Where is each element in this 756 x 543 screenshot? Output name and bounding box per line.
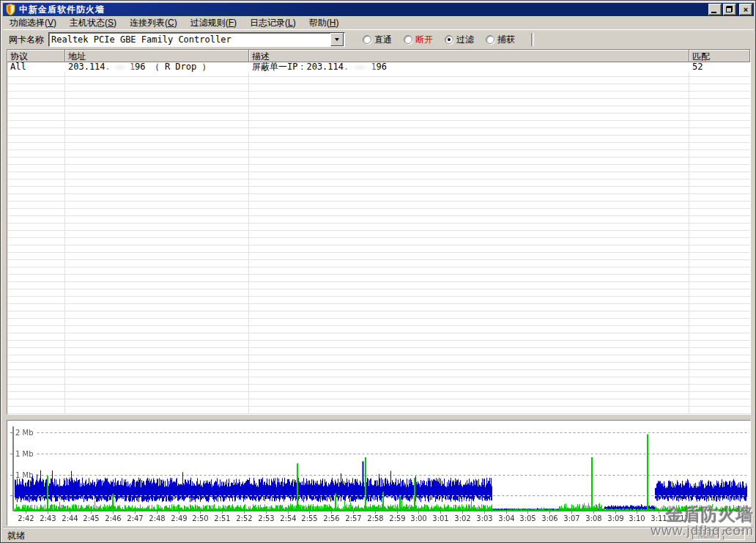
mode-radio-label: 过滤 (456, 34, 474, 46)
minimize-icon (711, 12, 716, 13)
column-separator (64, 62, 65, 414)
traffic-graph-canvas (7, 421, 750, 525)
app-window: 中新金盾软件防火墙 × 功能选择(V)主机状态(S)连接列表(C)过滤规则(F)… (0, 0, 756, 543)
menu-bar: 功能选择(V)主机状态(S)连接列表(C)过滤规则(F)日志记录(L)帮助(H) (3, 16, 754, 29)
redacted-blur (349, 63, 371, 72)
menu-item-0[interactable]: 功能选择(V) (3, 15, 63, 31)
menu-item-5[interactable]: 帮助(H) (303, 15, 346, 31)
close-icon: × (744, 6, 748, 13)
status-text: 就绪 (7, 530, 25, 542)
adapter-combobox[interactable]: Realtek PCIe GBE Family Controller (48, 32, 345, 47)
mode-group: 直通断开过滤捕获 (363, 34, 527, 46)
column-separator (248, 62, 249, 414)
status-pane-extra (723, 530, 745, 540)
toolbar-separator (531, 33, 534, 46)
adapter-label: 网卡名称 (9, 34, 44, 46)
mode-radio-label: 捕获 (497, 34, 515, 46)
table-body: All203.114.196 （ R Drop ）屏蔽单一IP：203.114.… (7, 62, 750, 414)
radio-icon (486, 35, 494, 44)
menu-item-2[interactable]: 连接列表(C) (123, 15, 184, 31)
close-button[interactable]: × (739, 4, 752, 15)
mode-radio-filter[interactable]: 过滤 (445, 34, 474, 46)
adapter-combobox-value: Realtek PCIe GBE Family Controller (49, 34, 330, 45)
cell-address: 203.114.196 （ R Drop ） (65, 62, 249, 72)
title-bar: 中新金盾软件防火墙 × (3, 3, 754, 16)
app-shield-icon (5, 4, 16, 15)
status-pane-num: NUM (692, 530, 720, 540)
mode-radio-label: 断开 (415, 34, 433, 46)
column-separator (689, 62, 689, 414)
restore-button[interactable] (723, 4, 736, 15)
cell-description: 屏蔽单一IP：203.114.196 (249, 62, 689, 72)
mode-radio-disconnect[interactable]: 断开 (404, 34, 433, 46)
column-header-1[interactable]: 地址 (65, 50, 249, 62)
mode-radio-label: 直通 (374, 34, 392, 46)
traffic-graph-panel (7, 420, 751, 526)
radio-selected-icon (445, 35, 453, 44)
column-header-0[interactable]: 协议 (7, 50, 65, 62)
column-header-3[interactable]: 匹配 (689, 50, 750, 62)
cell-protocol: All (7, 62, 65, 72)
table-header: 协议地址描述匹配 (7, 50, 750, 62)
window-controls: × (708, 4, 752, 15)
adapter-dropdown-button[interactable] (330, 33, 344, 46)
mode-radio-capture[interactable]: 捕获 (486, 34, 515, 46)
mode-radio-pass[interactable]: 直通 (363, 34, 392, 46)
toolbar: 网卡名称 Realtek PCIe GBE Family Controller … (3, 29, 754, 49)
rule-table: 协议地址描述匹配 All203.114.196 （ R Drop ）屏蔽单一IP… (7, 49, 751, 415)
cell-match: 52 (689, 62, 750, 72)
radio-icon (363, 35, 371, 44)
restore-icon (726, 6, 733, 12)
menu-item-3[interactable]: 过滤规则(F) (184, 15, 243, 31)
menu-item-4[interactable]: 日志记录(L) (243, 15, 303, 31)
minimize-button[interactable] (708, 4, 722, 15)
status-bar: 就绪 NUM (3, 528, 754, 542)
chevron-down-icon (335, 38, 339, 41)
redacted-blur (111, 63, 130, 72)
table-row[interactable]: All203.114.196 （ R Drop ）屏蔽单一IP：203.114.… (7, 62, 750, 72)
radio-icon (404, 35, 412, 44)
window-title: 中新金盾软件防火墙 (19, 4, 708, 16)
menu-item-1[interactable]: 主机状态(S) (63, 15, 123, 31)
column-header-2[interactable]: 描述 (249, 50, 689, 62)
